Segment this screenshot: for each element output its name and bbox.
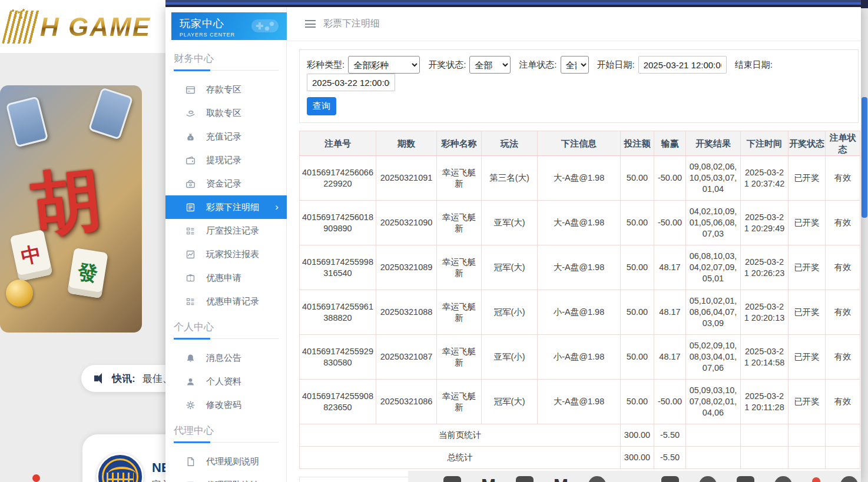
table-cell: 大-A盘@1.98 (538, 156, 621, 201)
column-header: 输赢 (654, 131, 686, 156)
table-cell: 幸运飞艇新 (437, 380, 482, 424)
column-header: 下注时间 (741, 131, 789, 156)
table-cell: 48.17 (654, 245, 686, 290)
sidebar-item-lottery-bet-details[interactable]: 彩票下注明细› (165, 195, 287, 219)
table-cell: 401569174255929830580 (300, 335, 376, 380)
sidebar-item-recharge-records[interactable]: 充值记录 (165, 125, 287, 148)
table-cell: 05,02,09,10,08,03,04,01,07,06 (686, 335, 741, 380)
logo-text: H GAME (40, 12, 151, 42)
table-cell: 20250321090 (376, 201, 437, 245)
scrollbar-thumb[interactable] (862, 97, 867, 218)
sidebar-item-withdraw-zone[interactable]: 取款专区 (165, 101, 287, 125)
sidebar-item-withdrawal-records[interactable]: 提现记录 (165, 148, 287, 172)
sidebar-item-agent-team-stats[interactable]: 代理团队统计 (165, 473, 287, 482)
sidebar-item-promo-apply-records[interactable]: 优惠申请记录 (165, 290, 287, 313)
sidebar-item-hall-bet-records[interactable]: 厅室投注记录 (165, 219, 287, 242)
table-cell: 冠军(小) (482, 290, 538, 335)
logo-h-bars-icon (2, 11, 41, 44)
summary-bet-total: 300.00 (621, 424, 654, 447)
bet-status-label: 注单状态: (519, 59, 556, 71)
summary-winloss-total: -5.50 (654, 447, 686, 469)
sidebar-item-agent-rules[interactable]: 代理规则说明 (165, 450, 287, 473)
summary-row: 当前页统计300.00-5.50 (300, 424, 860, 447)
sidebar-item-label: 个人资料 (206, 376, 241, 387)
sidebar-item-message-announcements[interactable]: 消息公告 (165, 346, 287, 370)
mahjong-tile-fa: 發 (67, 248, 108, 298)
bet-status-select[interactable]: 全部 (561, 56, 589, 74)
column-header: 玩法 (482, 131, 538, 156)
scrollbar-top-cap (861, 0, 868, 8)
table-cell: 2025-03-21 20:37:42 (741, 156, 789, 201)
sidebar-header: 玩家中心 PLAYERS CENTER (171, 12, 287, 40)
table-row: 40156917425606622992020250321091幸运飞艇新第三名… (300, 156, 860, 201)
table-cell: 大-A盘@1.98 (538, 201, 621, 245)
sidebar-item-deposit-zone[interactable]: 存款专区 (165, 78, 287, 101)
sidebar-item-label: 玩家投注报表 (206, 249, 259, 260)
sidebar-item-label: 存款专区 (206, 84, 241, 95)
table-cell: 50.00 (621, 156, 654, 201)
end-date-label: 结束日期: (735, 59, 773, 71)
table-cell: 401569174255908823650 (300, 380, 376, 424)
table-cell: 50.00 (621, 335, 654, 380)
table-cell: 401569174255961388820 (300, 290, 376, 335)
sidebar-section-title: 财务中心 (174, 52, 279, 65)
table-cell: 05,10,02,01,08,06,04,07,03,09 (686, 290, 741, 335)
summary-empty-cell (741, 447, 789, 469)
table-cell: 已开奖 (789, 290, 826, 335)
background-top-strip (165, 0, 868, 7)
sidebar-item-label: 代理规则说明 (206, 456, 259, 467)
sidebar-item-label: 厅室投注记录 (206, 225, 259, 237)
sidebar-item-label: 优惠申请记录 (206, 296, 259, 307)
sidebar-item-fund-records[interactable]: 资金记录 (165, 172, 287, 195)
personal-profile-icon (185, 377, 196, 387)
promo-apply-icon (185, 273, 196, 283)
bottom-dock-strip: MM (408, 471, 861, 482)
search-button[interactable]: 查询 (307, 97, 336, 115)
draw-status-label: 开奖状态: (428, 59, 466, 71)
summary-label: 总统计 (300, 447, 621, 469)
summary-empty-cell (789, 447, 826, 469)
withdraw-zone-icon (185, 108, 196, 118)
table-cell: 已开奖 (789, 245, 826, 290)
table-cell: 401569174255998316540 (300, 245, 376, 290)
site-logo[interactable]: H GAME (6, 9, 151, 45)
hamburger-icon[interactable] (305, 20, 316, 28)
content-topbar: 彩票下注明细 (287, 7, 861, 41)
mahjong-tile-back (6, 96, 49, 147)
column-header: 下注信息 (538, 131, 621, 156)
summary-empty-cell (686, 424, 741, 447)
lottery-type-select[interactable]: 全部彩种 (348, 56, 420, 74)
sidebar-item-label: 充值记录 (206, 131, 241, 142)
table-cell: 第三名(大) (482, 156, 538, 201)
page-scrollbar[interactable] (861, 0, 868, 482)
table-cell: 20250321087 (376, 335, 437, 380)
draw-status-select[interactable]: 全部 (469, 56, 511, 74)
table-cell: 401569174256066229920 (300, 156, 376, 201)
column-header: 注单号 (300, 131, 376, 156)
table-cell: 48.17 (654, 335, 686, 380)
summary-empty-cell (686, 447, 741, 469)
site-header-bar: H GAME (0, 0, 165, 53)
table-cell: -50.00 (654, 156, 686, 201)
table-cell: 2025-03-21 20:14:58 (741, 335, 789, 380)
sidebar-item-label: 彩票下注明细 (206, 202, 259, 213)
sidebar-item-personal-profile[interactable]: 个人资料 (165, 370, 287, 393)
table-row: 40156917425592983058020250321087幸运飞艇新亚军(… (300, 335, 860, 380)
table-cell: 06,08,10,03,04,02,07,09,05,01 (686, 245, 741, 290)
end-date-input[interactable] (307, 74, 395, 91)
fund-records-icon (185, 179, 196, 189)
table-cell: 大-A盘@1.98 (538, 380, 621, 424)
sidebar-item-change-password[interactable]: 修改密码 (165, 393, 287, 417)
start-date-input[interactable] (638, 56, 727, 74)
change-password-icon (185, 400, 196, 410)
message-announcements-icon (185, 353, 196, 363)
sidebar-item-player-bet-report[interactable]: 玩家投注报表 (165, 242, 287, 266)
table-cell: -50.00 (654, 380, 686, 424)
table-cell: 50.00 (621, 201, 654, 245)
sidebar-item-promo-apply[interactable]: 优惠申请 (165, 266, 287, 290)
recharge-records-icon (185, 132, 196, 142)
start-date-label: 开始日期: (597, 59, 635, 71)
table-cell: 有效 (826, 290, 860, 335)
table-cell: 2025-03-21 20:26:23 (741, 245, 789, 290)
mahjong-promo-banner[interactable]: 胡 中 發 (0, 85, 142, 333)
